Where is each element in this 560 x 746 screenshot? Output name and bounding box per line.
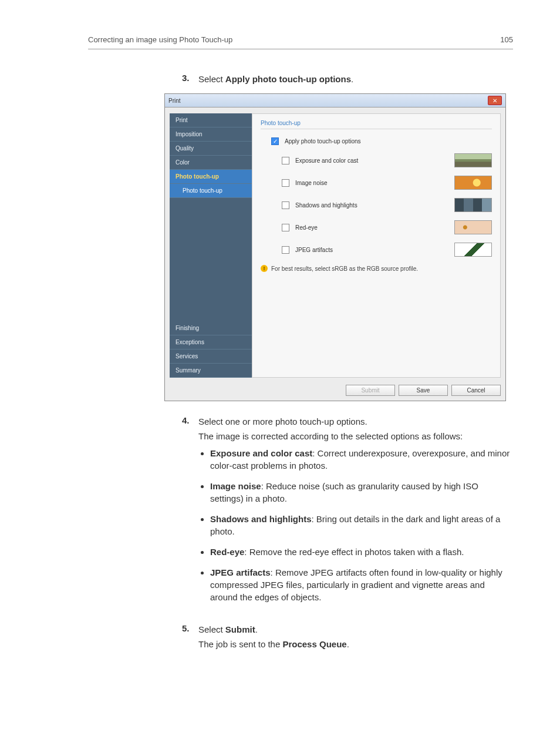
step-number: 3. <box>182 73 198 85</box>
sidebar-item-imposition[interactable]: Imposition <box>170 127 252 142</box>
list-item: Image noise: Reduce noise (such as granu… <box>210 480 513 505</box>
step-content: Select Apply photo touch-up options. <box>198 73 513 85</box>
sidebar-item-summary[interactable]: Summary <box>170 364 252 378</box>
sidebar-item-color[interactable]: Color <box>170 156 252 170</box>
redeye-row: Red-eye <box>282 220 492 234</box>
shadows-checkbox[interactable] <box>282 201 289 209</box>
jpeg-row: JPEG artifacts <box>282 243 492 257</box>
sidebar-item-print[interactable]: Print <box>170 113 252 127</box>
shadows-label: Shadows and highlights <box>295 202 448 209</box>
header-left: Correcting an image using Photo Touch-up <box>88 35 232 44</box>
exposure-checkbox[interactable] <box>282 157 289 164</box>
jpeg-checkbox[interactable] <box>282 246 289 254</box>
header-page-number: 105 <box>500 35 513 44</box>
header-rule <box>88 49 513 49</box>
sidebar-item-quality[interactable]: Quality <box>170 142 252 156</box>
sidebar-item-services[interactable]: Services <box>170 350 252 364</box>
jpeg-label: JPEG artifacts <box>295 247 448 253</box>
page-header: Correcting an image using Photo Touch-up… <box>88 35 513 44</box>
sidebar: Print Imposition Quality Color Photo tou… <box>170 113 252 378</box>
noise-label: Image noise <box>295 180 448 186</box>
step-3: 3. Select Apply photo touch-up options. <box>182 73 513 85</box>
step-content: Select one or more photo touch-up option… <box>198 415 513 615</box>
sidebar-item-photo-touchup[interactable]: Photo touch-up <box>170 170 252 184</box>
redeye-label: Red-eye <box>295 224 448 231</box>
note-row: ! For best results, select sRGB as the R… <box>261 265 492 272</box>
apply-label: Apply photo touch-up options <box>285 138 492 145</box>
shadows-row: Shadows and highlights <box>282 198 492 212</box>
save-button[interactable]: Save <box>399 385 448 396</box>
note-text: For best results, select sRGB as the RGB… <box>271 266 418 272</box>
step-number: 4. <box>182 415 198 615</box>
step-content: Select Submit. The job is sent to the Pr… <box>198 623 513 650</box>
exposure-label: Exposure and color cast <box>295 157 448 164</box>
list-item: JPEG artifacts: Remove JPEG artifacts of… <box>210 566 513 603</box>
list-item: Red-eye: Remove the red-eye effect in ph… <box>210 546 513 558</box>
sidebar-item-exceptions[interactable]: Exceptions <box>170 335 252 350</box>
dialog-footer: Submit Save Cancel <box>165 380 505 401</box>
noise-thumb <box>454 176 492 190</box>
apply-checkbox[interactable]: ✓ <box>271 137 279 145</box>
pane-title: Photo touch-up <box>261 117 492 129</box>
titlebar: Print ✕ <box>165 94 505 107</box>
cancel-button[interactable]: Cancel <box>451 385 501 396</box>
noise-row: Image noise <box>282 176 492 190</box>
list-item: Shadows and highlights: Bring out detail… <box>210 513 513 537</box>
jpeg-thumb <box>454 243 492 257</box>
submit-button[interactable]: Submit <box>346 385 395 396</box>
sidebar-subitem-photo-touchup[interactable]: Photo touch-up <box>170 184 252 198</box>
exposure-row: Exposure and color cast <box>282 153 492 167</box>
sidebar-item-finishing[interactable]: Finishing <box>170 321 252 335</box>
redeye-checkbox[interactable] <box>282 224 289 231</box>
options-list: Exposure and color cast: Correct underex… <box>210 447 513 603</box>
apply-option-row: ✓ Apply photo touch-up options <box>271 137 492 145</box>
step-5: 5. Select Submit. The job is sent to the… <box>182 623 513 650</box>
list-item: Exposure and color cast: Correct underex… <box>210 447 513 472</box>
shadows-thumb <box>454 198 492 212</box>
exposure-thumb <box>454 153 492 167</box>
window-title: Print <box>168 98 181 104</box>
step-4: 4. Select one or more photo touch-up opt… <box>182 415 513 615</box>
content-pane: Photo touch-up ✓ Apply photo touch-up op… <box>252 113 501 378</box>
noise-checkbox[interactable] <box>282 179 289 187</box>
warning-icon: ! <box>261 265 268 272</box>
redeye-thumb <box>454 220 492 234</box>
step-number: 5. <box>182 623 198 650</box>
close-icon[interactable]: ✕ <box>488 96 502 105</box>
print-dialog: Print ✕ Print Imposition Quality Color P… <box>164 93 506 401</box>
